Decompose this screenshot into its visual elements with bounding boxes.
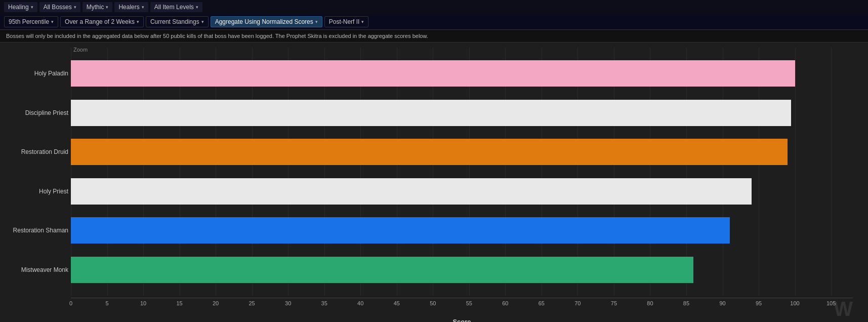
bar-row: Holy Paladin [71,60,853,87]
info-text: Bosses will only be included in the aggr… [6,33,428,39]
nav-item-levels-label: All Item Levels [154,4,194,11]
bar-row: Discipline Priest [71,100,853,126]
x-tick-label: 50 [430,300,436,306]
chevron-icon: ▾ [31,5,33,10]
x-tick-label: 25 [249,300,255,306]
chart-container: Zoom Holy PaladinDiscipline PriestRestor… [0,43,868,322]
bar-wrapper [71,60,853,87]
x-tick-label: 65 [539,300,545,306]
chevron-icon: ▾ [137,19,139,24]
x-axis: 0510152025303540455055606570758085909510… [71,298,853,308]
chevron-icon: ▾ [361,19,364,24]
bar-row: Holy Priest [71,178,853,205]
x-tick-label: 40 [357,300,363,306]
x-tick-label: 5 [105,300,108,306]
x-tick-label: 80 [647,300,653,306]
chart-inner: Holy PaladinDiscipline PriestRestoration… [71,48,853,322]
nav-aggregate[interactable]: Aggregate Using Normalized Scores ▾ [211,16,322,27]
chevron-icon: ▾ [142,5,144,10]
chevron-icon: ▾ [196,5,198,10]
bar[interactable] [71,217,730,244]
chevron-icon: ▾ [51,19,54,24]
bar-label: Holy Paladin [0,70,68,77]
bar[interactable] [71,139,788,165]
bar-label: Restoration Shaman [0,227,68,234]
bar[interactable] [71,178,752,205]
chart-grid: Holy PaladinDiscipline PriestRestoration… [71,48,853,296]
x-tick-label: 55 [466,300,472,306]
bar-row: Restoration Druid [71,139,853,165]
bar-wrapper [71,217,853,244]
nav-all-bosses-label: All Bosses [44,4,72,11]
nav-mythic-label: Mythic [87,4,104,11]
nav-postnerf[interactable]: Post-Nerf II ▾ [324,16,369,27]
bar-row: Mistweaver Monk [71,257,853,283]
top-nav-bar: Healing ▾ All Bosses ▾ Mythic ▾ Healers … [0,0,868,14]
nav-range-label: Over a Range of 2 Weeks [65,18,135,25]
x-tick-label: 35 [321,300,327,306]
info-bar: Bosses will only be included in the aggr… [0,29,868,43]
bar[interactable] [71,257,693,283]
second-nav-bar: 95th Percentile ▾ Over a Range of 2 Week… [0,14,868,29]
nav-healing[interactable]: Healing ▾ [4,2,37,12]
x-tick-label: 10 [140,300,146,306]
x-axis-label: Score [71,318,853,322]
bar-row: Restoration Shaman [71,217,853,244]
bar-label: Restoration Druid [0,148,68,155]
nav-healers[interactable]: Healers ▾ [114,2,148,12]
bar-wrapper [71,257,853,283]
bar[interactable] [71,100,791,126]
bar-label: Holy Priest [0,188,68,195]
bar-wrapper [71,178,853,205]
x-tick-label: 45 [394,300,400,306]
x-tick-label: 0 [69,300,72,306]
x-tick-label: 30 [285,300,291,306]
bar-wrapper [71,100,853,126]
x-tick-label: 70 [574,300,581,306]
nav-postnerf-label: Post-Nerf II [329,18,360,25]
bar-wrapper [71,139,853,165]
x-tick-label: 15 [176,300,182,306]
nav-range[interactable]: Over a Range of 2 Weeks ▾ [60,16,144,27]
watermark: W [834,298,853,320]
nav-healers-label: Healers [118,4,139,11]
x-tick-label: 20 [213,300,219,306]
nav-standings-label: Current Standings [150,18,199,25]
chevron-icon: ▾ [106,5,108,10]
nav-standings[interactable]: Current Standings ▾ [146,16,209,27]
chevron-icon: ▾ [315,19,318,24]
nav-percentile-label: 95th Percentile [9,18,49,25]
x-tick-label: 85 [683,300,689,306]
nav-percentile[interactable]: 95th Percentile ▾ [4,16,58,27]
nav-aggregate-label: Aggregate Using Normalized Scores [215,18,313,25]
nav-item-levels[interactable]: All Item Levels ▾ [150,2,202,12]
x-tick-label: 100 [790,300,799,306]
bar-label: Discipline Priest [0,109,68,116]
nav-healing-label: Healing [8,4,29,11]
nav-mythic[interactable]: Mythic ▾ [82,2,113,12]
x-tick-label: 75 [611,300,617,306]
x-tick-label: 90 [719,300,725,306]
x-tick-label: 95 [756,300,762,306]
chevron-icon: ▾ [201,19,204,24]
chevron-icon: ▾ [74,5,76,10]
x-tick-label: 60 [502,300,508,306]
bar-label: Mistweaver Monk [0,266,68,273]
bar[interactable] [71,60,795,87]
nav-all-bosses[interactable]: All Bosses ▾ [39,2,80,12]
